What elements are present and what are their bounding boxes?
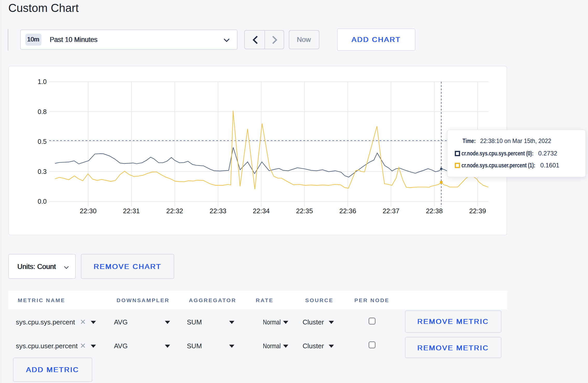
svg-text:0.0: 0.0 [38,198,47,205]
svg-text:0.8: 0.8 [38,108,47,115]
svg-text:22:33: 22:33 [209,207,226,215]
svg-text:22:36: 22:36 [339,207,356,215]
svg-text:22:31: 22:31 [123,207,140,215]
svg-text:0.5: 0.5 [38,138,47,145]
svg-text:0.3: 0.3 [38,168,47,175]
svg-text:22:32: 22:32 [166,207,183,215]
svg-text:22:38: 22:38 [426,207,443,215]
svg-text:1.0: 1.0 [38,78,47,85]
svg-text:22:34: 22:34 [253,207,270,215]
svg-text:22:35: 22:35 [296,207,313,215]
svg-text:22:37: 22:37 [383,207,400,215]
svg-text:22:39: 22:39 [469,207,486,215]
svg-text:22:30: 22:30 [80,207,96,215]
